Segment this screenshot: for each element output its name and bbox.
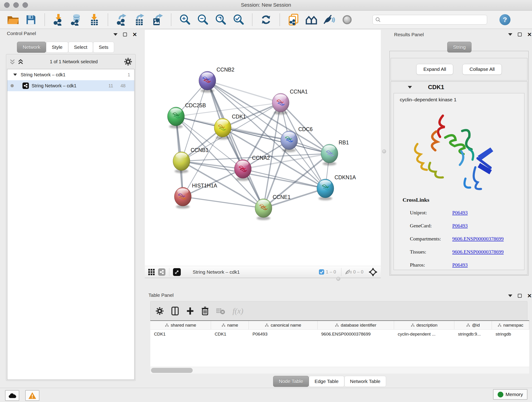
export-table-button[interactable] [133,13,146,26]
save-session-button[interactable] [25,13,37,26]
export-image-button[interactable] [151,13,164,26]
collapse-gene-icon[interactable] [408,86,412,89]
column-header-canonical-name[interactable]: canonical name [249,321,317,329]
cell--id[interactable]: stringdb:9... [454,330,492,339]
vertical-splitter-handle[interactable] [382,149,386,153]
column-header-database-identifier[interactable]: database identifier [317,321,394,329]
cell-canonical-name[interactable]: P06493 [249,330,317,339]
table-panel-controls: ✕ [508,294,532,298]
add-column-plus-icon[interactable] [186,307,194,315]
open-in-browser-icon[interactable] [173,268,181,276]
horizontal-splitter-handle[interactable] [336,277,340,281]
gene-section-header[interactable]: CDK1 [391,82,527,93]
float-panel-icon[interactable] [518,294,522,298]
column-label: shared name [171,323,196,328]
column-header--id[interactable]: @id [454,321,492,329]
tab-style[interactable]: Style [46,42,68,53]
toolbar-separator [108,13,108,26]
cell-name[interactable]: CDK1 [211,330,249,339]
tab-edge-table[interactable]: Edge Table [309,376,344,387]
close-panel-icon[interactable]: ✕ [133,32,137,36]
cell-database-identifier[interactable]: 9606.ENSP00000378699 [317,330,394,339]
crosslink-link[interactable]: 9606.ENSP00000378699 [452,236,504,242]
collapse-all-icon[interactable] [9,59,15,65]
memory-button[interactable]: Memory [493,389,527,400]
network-options-gear-icon[interactable] [124,57,132,66]
clear-table-icon[interactable] [216,307,225,315]
duplicate-network-button[interactable] [287,13,300,26]
node-CDKN1A[interactable]: CDKN1A [317,174,356,200]
edge-HIST1H1A-CCNE1[interactable] [183,197,264,208]
edge-CCNB2-CCNA1[interactable] [207,81,281,103]
panel-menu-icon[interactable] [508,33,512,36]
network-canvas[interactable]: CCNB2 CCNA1 CDC25B CDK1 CDC6 [145,30,381,266]
function-builder-button[interactable]: f(x) [233,307,243,315]
close-panel-icon[interactable]: ✕ [527,294,532,298]
tab-string[interactable]: String [447,42,472,52]
cloud-button[interactable] [5,390,19,401]
column-header-description[interactable]: description [394,321,454,329]
first-neighbors-button[interactable] [305,13,317,26]
tab-network-table[interactable]: Network Table [344,376,386,387]
import-table-button[interactable] [88,13,100,26]
results-panel-controls: ✕ [508,32,532,36]
cell-description[interactable]: cyclin-dependent ... [394,330,454,339]
scrollbar-thumb[interactable] [151,368,193,373]
node-CCNA1[interactable]: CCNA1 [272,89,308,115]
tab-network[interactable]: Network [17,42,46,53]
node-RB1[interactable]: RB1 [321,140,349,166]
refresh-layout-button[interactable] [260,13,272,26]
tab-sets[interactable]: Sets [93,42,114,53]
crosslink-link[interactable]: P06493 [452,262,468,268]
search-field[interactable] [373,15,487,25]
zoom-selected-button[interactable] [232,13,245,26]
zoom-in-button[interactable] [179,13,191,26]
edge-CCNB2-RB1[interactable] [207,81,329,153]
tab-select[interactable]: Select [68,42,93,53]
selected-checkbox[interactable] [319,269,324,275]
search-input[interactable] [381,17,485,22]
collapse-all-button[interactable]: Collapse All [462,64,502,75]
open-session-button[interactable] [7,13,19,26]
expand-all-button[interactable]: Expand All [416,64,453,75]
cell-shared-name[interactable]: CDK1 [150,330,211,339]
show-all-button[interactable] [341,13,353,26]
panel-menu-icon[interactable] [114,33,118,36]
hide-selected-button[interactable] [323,13,336,26]
import-network-from-database-button[interactable] [70,13,82,26]
edge-CCNB2-CCNE1[interactable] [207,81,264,208]
zoom-out-button[interactable] [196,13,209,26]
import-network-button[interactable] [52,13,65,26]
column-header-namespac[interactable]: namespac [492,321,529,329]
network-row-selected[interactable]: String Network – cdk1 11 48 [7,80,134,91]
tab-node-table[interactable]: Node Table [273,376,309,387]
export-network-button[interactable] [115,13,128,26]
network-style-icon[interactable] [158,268,165,276]
warnings-button[interactable] [25,390,39,401]
node-HIST1H1A[interactable]: HIST1H1A [174,183,217,209]
float-panel-icon[interactable] [518,32,522,36]
crosslink-link[interactable]: 9606.ENSP00000378699 [452,249,504,255]
panel-menu-icon[interactable] [508,294,512,297]
grid-view-icon[interactable] [148,269,155,275]
column-header-shared-name[interactable]: shared name [150,321,211,329]
center-view-icon[interactable] [368,268,378,277]
expand-all-icon[interactable] [18,59,24,65]
column-header-name[interactable]: name [211,321,249,329]
close-panel-icon[interactable]: ✕ [527,32,532,36]
collection-expander-icon[interactable] [13,74,17,76]
help-button[interactable]: ? [500,14,510,25]
node-CCNE1[interactable]: CCNE1 [255,194,291,220]
delete-column-trash-icon[interactable] [201,306,209,316]
network-collection-row[interactable]: String Network – cdk1 1 [7,69,134,80]
table-settings-gear-icon[interactable] [156,307,164,315]
crosslink-link[interactable]: P06493 [452,210,468,216]
toggle-columns-icon[interactable] [171,306,179,316]
titlebar: Session: New Session [0,0,532,11]
table-row[interactable]: CDK1CDK1P064939606.ENSP00000378699cyclin… [150,330,529,339]
horizontal-scrollbar[interactable] [150,367,529,374]
zoom-fit-button[interactable] [215,13,227,26]
crosslink-link[interactable]: P06493 [452,223,468,229]
cell-namespac[interactable]: stringdb [492,330,529,339]
float-panel-icon[interactable] [123,32,127,36]
